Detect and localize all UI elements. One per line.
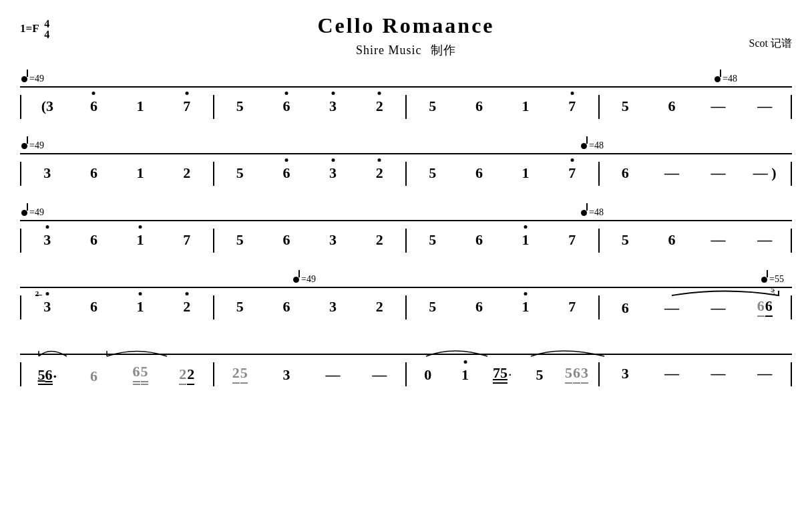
note-cell: 6 xyxy=(80,299,107,316)
note-cell: 7 xyxy=(559,299,586,316)
note-cell: — xyxy=(705,366,732,383)
beat-group-4-2: 5 6 3 2 xyxy=(214,299,406,316)
small-number-5: 5 xyxy=(771,284,784,293)
note-cell: 5 xyxy=(612,232,638,249)
beat-group-1-2: 5 6 3 2 xyxy=(214,98,406,116)
beat-group-1-4: 5 6 — — xyxy=(600,98,791,116)
note-cell: 2 xyxy=(366,232,393,249)
note-cell: 3 xyxy=(320,165,347,182)
beat-group-3-1: 3 6 1 7 xyxy=(21,232,213,249)
note-cell: 1 xyxy=(127,165,154,182)
beat-group-5-1: 5 6 · 6 xyxy=(21,363,213,386)
note-cell: 7 xyxy=(174,98,200,116)
note-cell: — xyxy=(320,367,347,384)
subtitle-action: 制作 xyxy=(431,43,456,57)
tempo-mark-1-right: =48 xyxy=(715,74,737,84)
note-cell: 5 xyxy=(419,299,446,316)
note-cell: 6 xyxy=(612,165,638,182)
note-cell: 6 xyxy=(273,98,300,116)
bar-line xyxy=(791,362,792,386)
note-cell: 7 5 · xyxy=(489,364,516,385)
note-cell: 5 6 3 xyxy=(564,364,590,385)
note-cell: 5 6 6 xyxy=(751,297,778,318)
note-cell: 6 xyxy=(273,299,300,316)
slur-arc-4 xyxy=(665,285,785,299)
staff-3: 3 6 1 7 xyxy=(20,220,792,260)
note-cell: — xyxy=(705,98,732,116)
note-cell: 2 xyxy=(366,98,393,116)
music-row-2: =49 =48 3 6 xyxy=(20,138,792,193)
header: Cello Romaance Shire Music 制作 xyxy=(20,13,792,58)
note-cell: 6 xyxy=(80,98,107,116)
note-cell: 1 xyxy=(512,232,539,249)
note-cell: 5 xyxy=(226,98,253,116)
note-cell: 6 xyxy=(658,98,685,116)
beat-group-1-1: (3 6 1 7 xyxy=(21,98,213,116)
note-cell: 3 xyxy=(34,165,61,182)
tempo-mark-3-right: =48 xyxy=(581,207,604,218)
note-cell: — xyxy=(705,165,732,182)
note-cell: 2 5 xyxy=(226,364,253,385)
bar-line xyxy=(791,162,792,186)
note-cell: 2 3 xyxy=(34,299,61,316)
note-cell: 7 xyxy=(559,165,586,182)
page-title: Cello Romaance xyxy=(20,13,792,38)
subtitle-text: Shire Music xyxy=(356,43,422,57)
beat-group-5-3: 0 1 7 xyxy=(407,364,598,385)
note-cell: 6 xyxy=(465,98,492,116)
beat-group-2-1: 3 6 1 2 xyxy=(21,165,213,182)
note-cell: — xyxy=(366,367,393,384)
note-cell: 2 xyxy=(366,299,393,316)
note-cell: 2 xyxy=(174,299,200,316)
note-cell: 1 xyxy=(452,367,479,384)
note-cell: 1 xyxy=(127,299,154,316)
note-cell: 1 xyxy=(512,299,539,316)
note-cell: 6 xyxy=(273,232,300,249)
note-cell: 1 xyxy=(512,165,539,182)
note-cell: 6 5 xyxy=(127,363,154,386)
beat-group-2-3: 5 6 1 7 xyxy=(407,165,598,182)
bar-line xyxy=(791,295,792,320)
note-cell: 0 xyxy=(415,367,441,384)
page: 1=F 4 4 Cello Romaance Shire Music 制作 Sc… xyxy=(0,0,812,508)
beat-group-3-3: 5 6 1 7 xyxy=(407,232,598,249)
note-cell: 5 xyxy=(419,165,446,182)
note-cell: 1 xyxy=(127,232,154,249)
note-cell: (3 xyxy=(34,98,61,116)
music-row-1: =49 =48 (3 xyxy=(20,72,792,126)
note-cell: 3 xyxy=(320,232,347,249)
music-row-5: 5 6 · 6 xyxy=(20,339,792,394)
note-cell: — xyxy=(751,98,778,116)
music-row-4: =49 =55 5 xyxy=(20,272,792,327)
note-cell: — xyxy=(705,232,732,249)
note-cell: 5 xyxy=(226,232,253,249)
bar-line xyxy=(791,229,792,253)
beat-group-2-4: 6 — — — ) xyxy=(600,165,791,182)
note-cell: 5 xyxy=(419,98,446,116)
note-cell: 5 xyxy=(419,232,446,249)
music-row-3: =49 =48 3 xyxy=(20,205,792,260)
key-label: 1=F xyxy=(20,22,39,35)
note-cell: 5 xyxy=(226,299,253,316)
note-cell: 6 xyxy=(80,165,107,182)
note-cell: 6 xyxy=(658,232,685,249)
beat-group-4-1: 2 3 6 1 xyxy=(21,299,213,316)
note-cell: — xyxy=(658,366,685,383)
beat-group-1-3: 5 6 1 7 xyxy=(407,98,598,116)
note-cell: 6 xyxy=(465,165,492,182)
bar-line xyxy=(791,95,792,119)
tempo-mark-4-right: =55 xyxy=(761,274,784,285)
note-cell: — xyxy=(658,300,685,318)
beat-group-5-2: 2 5 3 xyxy=(214,364,406,385)
tempo-mark-1-left: =49 xyxy=(21,74,44,84)
key-time-signature: 1=F 4 4 xyxy=(20,19,49,40)
note-cell: 7 xyxy=(559,232,586,249)
tempo-mark-3-left: =49 xyxy=(21,207,44,218)
note-cell: — ) xyxy=(751,165,778,182)
note-cell: 6 xyxy=(80,368,107,386)
tempo-mark-2-left: =49 xyxy=(21,140,44,151)
beat-group-4-4: 6 — — 5 6 xyxy=(600,297,791,318)
note-cell: 3 xyxy=(612,366,638,383)
note-cell: 1 xyxy=(512,98,539,116)
note-cell: — xyxy=(705,300,732,318)
